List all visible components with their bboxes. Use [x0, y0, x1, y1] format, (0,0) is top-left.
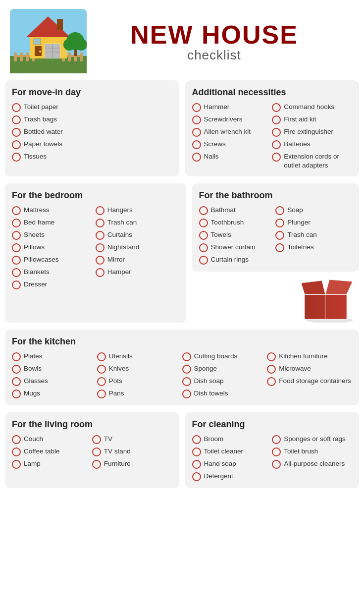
checkbox-circle[interactable] [96, 206, 104, 215]
list-item[interactable]: Trash bags [12, 115, 172, 124]
list-item[interactable]: Detergent [192, 472, 272, 481]
list-item[interactable]: Toilet brush [272, 447, 352, 456]
list-item[interactable]: Extension cords or outlet adapters [272, 152, 352, 169]
list-item[interactable]: Cutting boards [182, 352, 267, 361]
list-item[interactable]: First aid kit [272, 115, 352, 124]
list-item[interactable]: Hamper [96, 268, 179, 277]
checkbox-circle[interactable] [12, 365, 21, 374]
checkbox-circle[interactable] [12, 435, 21, 444]
list-item[interactable]: Sheets [12, 230, 96, 240]
list-item[interactable]: Fire extinguisher [272, 127, 352, 137]
checkbox-circle[interactable] [267, 352, 276, 361]
list-item[interactable]: Plates [12, 352, 97, 361]
list-item[interactable]: Pots [97, 377, 182, 386]
list-item[interactable]: Microwave [267, 364, 352, 374]
checkbox-circle[interactable] [192, 103, 201, 112]
checkbox-circle[interactable] [97, 377, 106, 386]
checkbox-circle[interactable] [12, 115, 21, 124]
checkbox-circle[interactable] [199, 231, 208, 240]
checkbox-circle[interactable] [92, 460, 101, 469]
list-item[interactable]: Hand soap [192, 459, 272, 469]
list-item[interactable]: Command hooks [272, 103, 352, 112]
list-item[interactable]: Sponge [182, 364, 267, 374]
checkbox-circle[interactable] [272, 128, 281, 137]
checkbox-circle[interactable] [272, 153, 281, 162]
list-item[interactable]: Plunger [275, 218, 352, 227]
list-item[interactable]: Toothbrush [199, 218, 276, 227]
list-item[interactable]: Shower curtain [199, 243, 276, 252]
checkbox-circle[interactable] [96, 231, 104, 240]
list-item[interactable]: TV [92, 435, 172, 444]
checkbox-circle[interactable] [267, 377, 276, 386]
list-item[interactable]: Broom [192, 435, 272, 444]
checkbox-circle[interactable] [272, 460, 281, 469]
checkbox-circle[interactable] [267, 365, 276, 374]
checkbox-circle[interactable] [12, 140, 21, 149]
checkbox-circle[interactable] [12, 352, 21, 361]
checkbox-circle[interactable] [275, 231, 284, 240]
checkbox-circle[interactable] [97, 352, 106, 361]
checkbox-circle[interactable] [12, 390, 21, 398]
checkbox-circle[interactable] [199, 243, 208, 252]
list-item[interactable]: Pans [97, 389, 182, 398]
checkbox-circle[interactable] [96, 268, 104, 277]
checkbox-circle[interactable] [182, 390, 191, 398]
list-item[interactable]: Sponges or soft rags [272, 435, 352, 444]
list-item[interactable]: Pillowcases [12, 255, 96, 265]
list-item[interactable]: Screwdrivers [192, 115, 272, 124]
list-item[interactable]: Glasses [12, 377, 97, 386]
list-item[interactable]: Blankets [12, 268, 96, 277]
checkbox-circle[interactable] [275, 219, 284, 227]
checkbox-circle[interactable] [272, 140, 281, 149]
checkbox-circle[interactable] [97, 365, 106, 374]
checkbox-circle[interactable] [199, 219, 208, 227]
checkbox-circle[interactable] [96, 219, 104, 227]
list-item[interactable]: Curtain rings [199, 255, 276, 265]
checkbox-circle[interactable] [12, 128, 21, 137]
list-item[interactable]: Utensils [97, 352, 182, 361]
list-item[interactable]: Towels [199, 230, 276, 240]
checkbox-circle[interactable] [182, 365, 191, 374]
checkbox-circle[interactable] [12, 377, 21, 386]
checkbox-circle[interactable] [12, 206, 21, 215]
list-item[interactable]: Dish towels [182, 389, 267, 398]
checkbox-circle[interactable] [12, 447, 21, 456]
list-item[interactable]: Mirror [96, 255, 179, 265]
list-item[interactable]: Couch [12, 435, 92, 444]
checkbox-circle[interactable] [272, 447, 281, 456]
list-item[interactable]: Mugs [12, 389, 97, 398]
list-item[interactable]: Nightstand [96, 243, 179, 252]
list-item[interactable]: Toiletries [275, 243, 352, 252]
checkbox-circle[interactable] [192, 435, 201, 444]
checkbox-circle[interactable] [199, 256, 208, 265]
checkbox-circle[interactable] [192, 140, 201, 149]
checkbox-circle[interactable] [199, 206, 208, 215]
list-item[interactable]: Dresser [12, 280, 96, 289]
checkbox-circle[interactable] [12, 219, 21, 227]
list-item[interactable]: Hangers [96, 206, 179, 215]
list-item[interactable]: Knives [97, 364, 182, 374]
list-item[interactable]: Trash can [96, 218, 179, 227]
list-item[interactable]: Pillows [12, 243, 96, 252]
checkbox-circle[interactable] [275, 206, 284, 215]
list-item[interactable]: Dish soap [182, 377, 267, 386]
checkbox-circle[interactable] [192, 115, 201, 124]
list-item[interactable]: Soap [275, 206, 352, 215]
list-item[interactable]: Batteries [272, 140, 352, 149]
checkbox-circle[interactable] [12, 268, 21, 277]
list-item[interactable]: Bowls [12, 364, 97, 374]
checkbox-circle[interactable] [192, 153, 201, 162]
checkbox-circle[interactable] [12, 460, 21, 469]
list-item[interactable]: All-purpose cleaners [272, 459, 352, 469]
checkbox-circle[interactable] [92, 435, 101, 444]
list-item[interactable]: Hammer [192, 103, 272, 112]
list-item[interactable]: Furniture [92, 459, 172, 469]
list-item[interactable]: Coffee table [12, 447, 92, 456]
checkbox-circle[interactable] [12, 103, 21, 112]
list-item[interactable]: Nails [192, 152, 272, 162]
list-item[interactable]: Food storage containers [267, 377, 352, 386]
list-item[interactable]: Bottled water [12, 127, 172, 137]
checkbox-circle[interactable] [182, 377, 191, 386]
checkbox-circle[interactable] [12, 231, 21, 240]
list-item[interactable]: Bathmat [199, 206, 276, 215]
